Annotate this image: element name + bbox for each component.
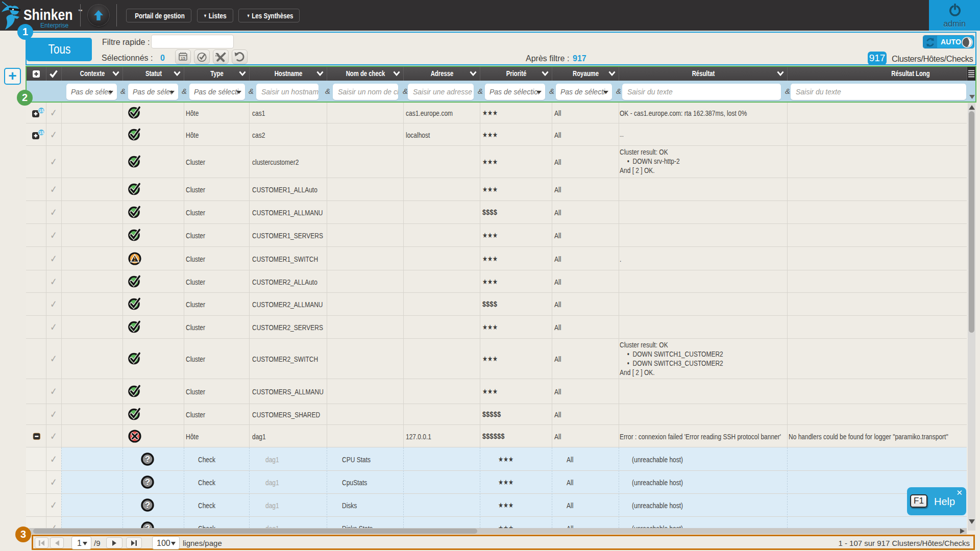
svg-text:?: ? xyxy=(145,478,150,487)
svg-text:15: 15 xyxy=(39,108,44,113)
svg-text:?: ? xyxy=(145,523,150,528)
svg-text:15: 15 xyxy=(39,130,44,135)
svg-text:?: ? xyxy=(145,500,150,510)
svg-text:?: ? xyxy=(145,454,150,463)
svg-text:15: 15 xyxy=(181,56,185,61)
